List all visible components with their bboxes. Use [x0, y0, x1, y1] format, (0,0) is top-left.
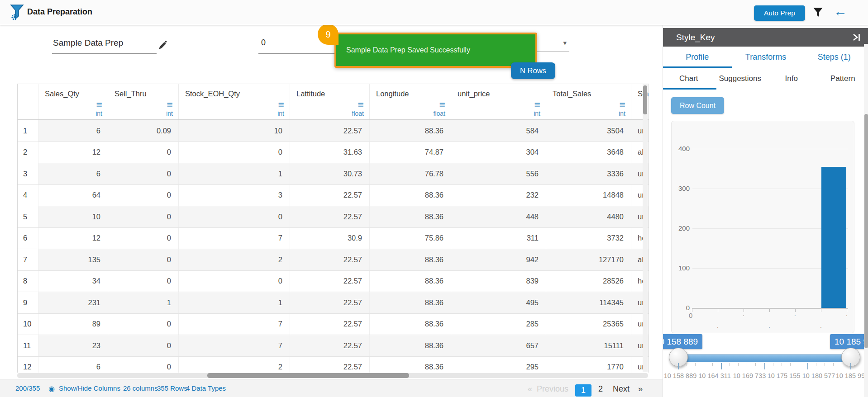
- table-cell: 22.57: [290, 185, 370, 206]
- slider-tick: [773, 363, 773, 366]
- row-count-button[interactable]: Row Count: [671, 97, 724, 114]
- panel-header: Style_Key: [663, 28, 868, 47]
- column-header-Longitude[interactable]: Longitude≡float: [370, 84, 451, 119]
- panel-scrollbar[interactable]: [864, 44, 868, 397]
- slider-tick: [738, 363, 739, 366]
- slider-tick: [816, 363, 816, 366]
- chevron-down-icon: ▾: [563, 39, 567, 47]
- data-table: Sales_Qty≡intSell_Thru≡intStock_EOH_Qty≡…: [17, 84, 649, 373]
- subtab-chart[interactable]: Chart: [663, 68, 715, 90]
- table-cell: 23: [38, 335, 108, 356]
- table-cell: 22.57: [290, 292, 370, 313]
- table-cell: 74.87: [370, 142, 451, 163]
- column-header-Sales_Qty[interactable]: Sales_Qty≡int: [38, 84, 108, 119]
- show-hide-columns-link[interactable]: Show/Hide Columns: [59, 384, 120, 392]
- slider-tick: [721, 363, 722, 369]
- tab-transforms[interactable]: Transforms: [731, 47, 800, 68]
- column-type-label: float: [352, 110, 364, 117]
- table-cell: 22.57: [290, 249, 370, 270]
- column-menu-icon[interactable]: ≡: [619, 101, 625, 109]
- table-cell: 10: [38, 206, 108, 227]
- pagination-next[interactable]: Next: [613, 384, 630, 394]
- pagination-previous[interactable]: Previous: [537, 384, 568, 394]
- subtab-info[interactable]: Info: [766, 68, 817, 90]
- table-row: 5100022.5788.364484480un: [18, 206, 649, 228]
- pagination-page-2[interactable]: 2: [598, 384, 603, 394]
- table-cell: 0: [108, 163, 179, 184]
- table-cell: 2: [179, 249, 290, 270]
- eye-icon[interactable]: ◉: [48, 384, 55, 393]
- table-cell: 28526: [546, 271, 631, 292]
- table-cell: 0: [108, 206, 179, 227]
- collapse-panel-icon[interactable]: [852, 33, 862, 43]
- column-header-Total_Sales[interactable]: Total_Sales≡int: [546, 84, 631, 119]
- subtab-pattern[interactable]: Pattern: [817, 68, 868, 90]
- histogram-bar[interactable]: [821, 167, 846, 308]
- table-cell: 231: [38, 292, 108, 313]
- auto-prep-button[interactable]: Auto Prep: [754, 5, 805, 21]
- table-cell: 0.09: [108, 120, 179, 142]
- app-logo-icon: [10, 5, 24, 24]
- range-slider-track[interactable]: [678, 354, 851, 362]
- horizontal-scrollbar-thumb[interactable]: [207, 373, 409, 378]
- panel-title: Style_Key: [663, 33, 715, 43]
- column-menu-icon[interactable]: ≡: [352, 101, 364, 109]
- column-menu-icon[interactable]: ≡: [434, 101, 445, 109]
- column-menu-icon[interactable]: ≡: [95, 101, 102, 109]
- column-type-label: int: [534, 110, 540, 117]
- column-menu-icon[interactable]: ≡: [277, 101, 284, 109]
- n-rows-button[interactable]: N Rows: [511, 62, 555, 79]
- column-menu-icon[interactable]: ≡: [166, 101, 173, 109]
- column-header-unit_price[interactable]: unit_price≡int: [451, 84, 546, 119]
- prep-name-value: Sample Data Prep: [52, 34, 123, 48]
- filter-icon[interactable]: [813, 7, 824, 19]
- tab-steps[interactable]: Steps (1): [800, 47, 868, 68]
- vertical-scrollbar[interactable]: [643, 84, 648, 372]
- top-bar: Data Preparation Auto Prep ←: [0, 0, 868, 25]
- subtab-suggestions[interactable]: Suggestions: [715, 68, 766, 90]
- columns-count-label: 26 columns: [123, 384, 158, 392]
- table-header-row: Sales_Qty≡intSell_Thru≡intStock_EOH_Qty≡…: [18, 84, 649, 120]
- pagination-last-icon[interactable]: »: [638, 384, 643, 394]
- slider-tick: [730, 363, 730, 366]
- column-header-meta: ≡int: [166, 101, 173, 117]
- table-cell: 88.36: [370, 335, 451, 356]
- table-cell: 285: [451, 314, 546, 335]
- table-cell: 3504: [546, 120, 631, 142]
- table-cell: 657: [451, 335, 546, 356]
- slider-tick: [842, 363, 842, 366]
- table-cell: 3648: [546, 142, 631, 163]
- column-type-label: int: [95, 110, 102, 117]
- horizontal-scrollbar[interactable]: [17, 373, 648, 378]
- table-cell: 1: [179, 163, 290, 184]
- column-name-label: Longitude: [376, 90, 446, 98]
- column-header-Lattitude[interactable]: Lattitude≡float: [290, 84, 370, 119]
- table-cell: 4480: [546, 206, 631, 227]
- pagination-first-icon[interactable]: «: [528, 384, 532, 394]
- column-menu-icon[interactable]: ≡: [534, 101, 540, 109]
- slider-tick: [833, 363, 834, 366]
- table-row: 6120730.975.863113732ho: [18, 228, 649, 250]
- pagination-page-1[interactable]: 1: [575, 384, 591, 397]
- table-cell: 22.57: [290, 120, 370, 142]
- column-header-meta: ≡int: [534, 101, 540, 117]
- slider-tick: [747, 363, 747, 366]
- vertical-scrollbar-thumb[interactable]: [643, 85, 647, 114]
- slider-tick-label: 10 185 999: [825, 372, 868, 379]
- table-row: 8340022.5788.3683928526ho: [18, 271, 649, 293]
- x-axis-tick-label: .: [846, 310, 848, 317]
- column-header-Stock_EOH_Qty[interactable]: Stock_EOH_Qty≡int: [179, 84, 290, 119]
- edit-pencil-icon[interactable]: [158, 41, 167, 52]
- column-name-label: Lattitude: [296, 90, 365, 98]
- prep-name-input[interactable]: Sample Data Prep: [52, 34, 157, 54]
- slider-tick: [764, 363, 765, 369]
- table-cell: 0: [108, 249, 179, 270]
- column-header-Sell_Thru[interactable]: Sell_Thru≡int: [108, 84, 179, 119]
- x-axis-tick-label: 0: [689, 312, 692, 319]
- back-arrow-icon[interactable]: ←: [834, 4, 847, 19]
- tab-profile[interactable]: Profile: [663, 47, 731, 68]
- slider-tick: [704, 363, 704, 366]
- table-cell: 7: [179, 228, 290, 249]
- panel-scrollbar-thumb[interactable]: [864, 114, 868, 348]
- toast-message: Sample Data Prep Saved Successfully: [336, 46, 470, 54]
